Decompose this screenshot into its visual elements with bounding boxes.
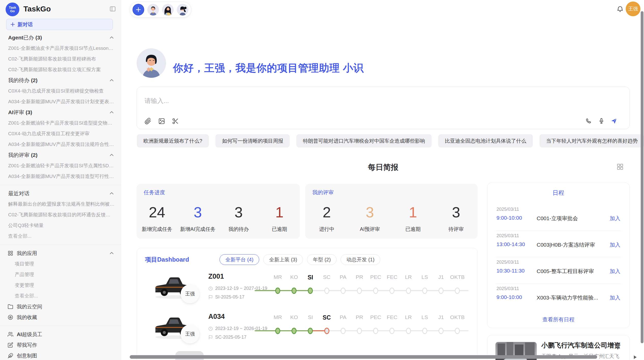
- chevron-up-icon: [109, 152, 114, 158]
- project-code: A034: [208, 313, 225, 321]
- clock-icon: [208, 286, 213, 291]
- dashboard-filter-tab[interactable]: 全新平台 (4): [219, 254, 259, 265]
- milestone-dot: [373, 328, 378, 334]
- notification-bell-icon[interactable]: [616, 6, 624, 14]
- vertical-scrollbar[interactable]: [641, 11, 643, 343]
- agent-avatar-1[interactable]: [147, 4, 159, 16]
- sidebar-section-header[interactable]: 我的评审 (2): [0, 150, 121, 160]
- recent-conversation-item[interactable]: 公司Q3轻卡销量: [0, 220, 121, 231]
- schedule-name: C003|H0B-方案冻结评审: [537, 241, 595, 248]
- scroll-down-arrow[interactable]: [616, 347, 620, 350]
- layout-grid-icon[interactable]: [617, 163, 624, 171]
- agent-avatar-2[interactable]: [162, 4, 174, 16]
- join-button[interactable]: 加入: [610, 294, 620, 301]
- stat-value: 1: [409, 205, 417, 220]
- add-agent-button[interactable]: [133, 4, 144, 16]
- dashboard-filter-tab[interactable]: 年型 (2): [307, 254, 336, 265]
- cloud-space-label: 我的云空间: [17, 303, 114, 310]
- send-icon[interactable]: [610, 117, 618, 125]
- sidebar-section-header[interactable]: Agent已办 (3): [0, 32, 121, 43]
- schedule-name: C001-立项审批会: [537, 215, 578, 222]
- scroll-right-arrow[interactable]: [634, 355, 637, 359]
- milestone-dot: [324, 288, 329, 294]
- sidebar-task-item[interactable]: C02-飞腾新能源轻客改款项目里程碑画布: [0, 54, 121, 64]
- sidebar-section-header[interactable]: AI评审 (3): [0, 107, 121, 118]
- milestone-dot: [291, 328, 297, 334]
- stat-value: 3: [194, 205, 202, 220]
- sidebar-task-item[interactable]: Z001-全新燃油皮卡产品开发项目SI节点Lesson Learn报告: [0, 43, 121, 54]
- join-button[interactable]: 加入: [610, 215, 620, 222]
- my-reviews-card: 我的评审 2进行中3AI预评审1已逾期3待评审: [305, 184, 478, 239]
- sidebar-item-creative-drawing[interactable]: 创意制图: [0, 350, 121, 360]
- sidebar-item-my-apps[interactable]: 我的应用: [0, 248, 121, 259]
- sidebar-item-ai-super-staff[interactable]: AI超级员工: [0, 329, 121, 340]
- dashboard-filter-tab[interactable]: 动总开发 (1): [341, 254, 380, 265]
- apps-view-all[interactable]: 查看全部...: [0, 291, 121, 301]
- recent-view-all[interactable]: 查看全部...: [0, 231, 121, 242]
- suggestion-chip[interactable]: 当下年轻人对汽车外观有怎样的喜好趋势: [539, 134, 644, 147]
- chevron-up-icon: [109, 35, 114, 40]
- plus-icon: [136, 7, 141, 12]
- sidebar-task-item[interactable]: C0X4-动力总成开发项目SI里程碑提交物检查: [0, 86, 121, 96]
- milestone-dot: [438, 288, 444, 294]
- schedule-date: 2025/03/11: [496, 260, 519, 265]
- schedule-view-all[interactable]: 查看所有日程: [487, 316, 630, 323]
- app-item[interactable]: 产品管理: [0, 269, 121, 280]
- sidebar-task-item[interactable]: Z001-全新燃油轻卡产品开发项目SI造型提交物评审: [0, 118, 121, 128]
- stats-row: 2进行中3AI预评审1已逾期3待评审: [305, 199, 478, 239]
- new-chat-button[interactable]: 新对话: [6, 19, 113, 30]
- agent-quick-bar: [130, 2, 191, 18]
- quill-icon: [8, 353, 13, 358]
- suggestion-chips: 欧洲新规最近颁布了什么?如何写一份清晰的项目周报特朗普可能对进口汽车增税会对中国…: [137, 134, 630, 147]
- sidebar-item-cloud-space[interactable]: 我的云空间: [0, 301, 121, 312]
- suggestion-chip[interactable]: 如何写一份清晰的项目周报: [215, 134, 290, 147]
- schedule-card: 日程 2025/03/11 9:00-10:00 C001-立项审批会 加入 2…: [487, 183, 630, 328]
- suggestion-chip[interactable]: 欧洲新规最近颁布了什么?: [137, 134, 209, 147]
- schedule-time: 13:00-14:30: [496, 241, 525, 247]
- recent-conversation-item[interactable]: 解释最新出台的欧盟报废车法规再生塑料比例被调至15%...: [0, 199, 121, 209]
- stats-row: 24新增完成任务3新增AI完成任务3我的待办1已逾期: [137, 199, 300, 239]
- users-icon: [8, 332, 13, 337]
- collapse-sidebar-icon[interactable]: [109, 6, 116, 13]
- agent-avatar-3[interactable]: [177, 4, 188, 16]
- milestone-dot: [357, 328, 362, 334]
- microphone-icon[interactable]: [597, 117, 605, 125]
- sidebar-item-help-me-write[interactable]: 帮我写作: [0, 340, 121, 350]
- milestone-dot: [389, 288, 394, 294]
- milestone-label: OKTB: [448, 274, 467, 280]
- app-item[interactable]: 变更管理: [0, 280, 121, 291]
- image-upload-icon[interactable]: [158, 117, 165, 125]
- project-owner-badge: 王强: [181, 325, 199, 343]
- join-button[interactable]: 加入: [610, 268, 620, 275]
- sidebar-task-item[interactable]: A034-全新新能源MUV产品开发项目计划变更表编写: [0, 96, 121, 107]
- message-input[interactable]: [144, 97, 501, 104]
- user-avatar[interactable]: 王强: [626, 2, 640, 16]
- scissors-icon[interactable]: [171, 117, 179, 125]
- attachment-icon[interactable]: [144, 117, 152, 125]
- stat: 2进行中: [305, 199, 348, 239]
- sidebar-task-item[interactable]: C0X4-动力总成开发项目工程变更评审: [0, 128, 121, 139]
- join-button[interactable]: 加入: [610, 241, 620, 248]
- sidebar-item-favorites[interactable]: 我的收藏: [0, 312, 121, 323]
- sidebar-task-item[interactable]: A034-全新新能源MUV产品开发项目法规符合性评审: [0, 139, 121, 150]
- sidebar-task-item[interactable]: A034-全新新能源MUV产品开发项目造型可行性评审: [0, 171, 121, 182]
- suggestion-chip[interactable]: 比亚迪全固态电池计划具体说了什么: [438, 134, 533, 147]
- help-me-write-label: 帮我写作: [17, 342, 114, 349]
- suggestion-chip[interactable]: 特朗普可能对进口汽车增税会对中国车企造成哪些影响: [296, 134, 432, 147]
- sidebar-task-item[interactable]: Z001-全新燃油轻卡产品开发项目SI节点属性5D文件评审: [0, 160, 121, 171]
- dashboard-filter-tab[interactable]: 全新上装 (3): [263, 254, 303, 265]
- flag-icon: [208, 295, 213, 299]
- recent-section-header[interactable]: 最近对话: [0, 188, 121, 199]
- sidebar-section-header[interactable]: 我的待办 (2): [0, 75, 121, 86]
- recent-conversation-item[interactable]: C02-飞腾新能源轻客改款项目的闭环通告反馈情况: [0, 209, 121, 220]
- app-item[interactable]: 项目管理: [0, 259, 121, 269]
- sidebar-section-title: Agent已办 (3): [8, 34, 109, 41]
- favorites-label: 我的收藏: [17, 314, 114, 321]
- project-row[interactable]: 王强 A034 2023-12-19 ~ 2026-01-19 SC-2025-…: [137, 311, 478, 351]
- project-row[interactable]: 王强 Z001 2023-12-19 ~ 2027-01-19 SI-2025-…: [137, 271, 478, 311]
- sidebar-task-item[interactable]: C02-飞腾新能源轻客改款项目立项汇报方案: [0, 64, 121, 75]
- schedule-date: 2025/03/11: [496, 286, 519, 291]
- voice-call-icon[interactable]: [585, 117, 592, 125]
- stat-label: 待评审: [448, 226, 464, 233]
- horizontal-scrollbar[interactable]: [130, 355, 597, 359]
